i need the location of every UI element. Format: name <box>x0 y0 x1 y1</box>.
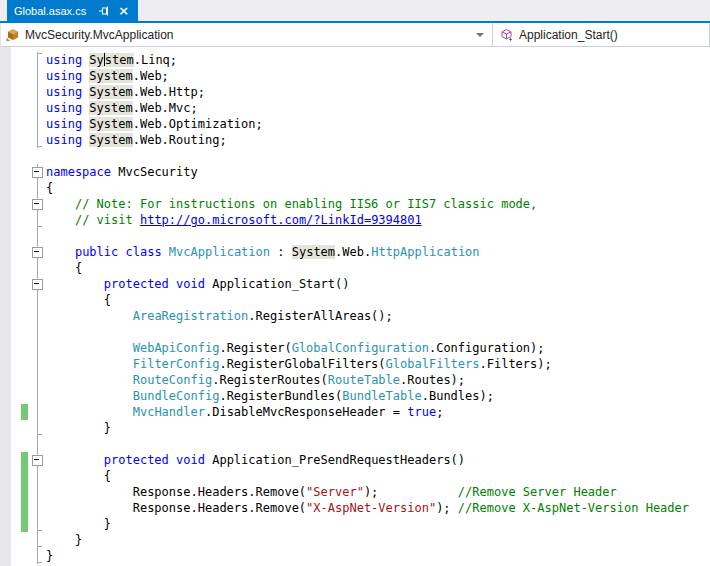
code-line <box>0 228 710 244</box>
type-dropdown-value: MvcSecurity.MvcApplication <box>25 28 174 42</box>
code-line <box>0 436 710 452</box>
navigation-bar: MvcSecurity.MvcApplication Application_S… <box>0 23 710 47</box>
code-line <box>0 148 710 164</box>
chevron-down-icon[interactable] <box>476 33 484 37</box>
change-tracking-bar <box>21 500 28 516</box>
code-line <box>0 324 710 340</box>
change-tracking-bar <box>21 468 28 484</box>
code-line: MvcHandler.DisableMvcResponseHeader = tr… <box>0 404 710 420</box>
code-line: using System.Linq; <box>0 52 710 68</box>
pin-icon[interactable] <box>98 5 110 17</box>
code-line: Response.Headers.Remove("X-AspNet-Versio… <box>0 500 710 516</box>
code-line: using System.Web.Http; <box>0 84 710 100</box>
change-tracking-bar <box>21 484 28 500</box>
code-line: // Note: For instructions on enabling II… <box>0 196 710 212</box>
code-line: using System.Web.Optimization; <box>0 116 710 132</box>
code-line: RouteConfig.RegisterRoutes(RouteTable.Ro… <box>0 372 710 388</box>
code-line: public class MvcApplication : System.Web… <box>0 244 710 260</box>
code-line: WebApiConfig.Register(GlobalConfiguratio… <box>0 340 710 356</box>
code-line: { <box>0 260 710 276</box>
code-lines: using System.Linq;using System.Web;using… <box>0 52 710 564</box>
collapse-box[interactable] <box>32 455 43 466</box>
collapse-box[interactable] <box>32 247 43 258</box>
tab-global-asax[interactable]: Global.asax.cs × <box>7 0 138 21</box>
code-line: { <box>0 292 710 308</box>
tab-title: Global.asax.cs <box>14 5 86 17</box>
change-tracking-bar <box>21 516 28 532</box>
code-line: using System.Web; <box>0 68 710 84</box>
code-line: AreaRegistration.RegisterAllAreas(); <box>0 308 710 324</box>
member-dropdown[interactable]: Application_Start() <box>493 23 709 46</box>
code-line: protected void Application_Start() <box>0 276 710 292</box>
collapse-box[interactable] <box>32 199 43 210</box>
code-line: FilterConfig.RegisterGlobalFilters(Globa… <box>0 356 710 372</box>
code-line: protected void Application_PreSendReques… <box>0 452 710 468</box>
code-line: using System.Web.Mvc; <box>0 100 710 116</box>
code-line: BundleConfig.RegisterBundles(BundleTable… <box>0 388 710 404</box>
method-icon <box>500 28 514 42</box>
code-line: namespace MvcSecurity <box>0 164 710 180</box>
change-tracking-bar <box>21 452 28 468</box>
class-icon <box>6 28 20 42</box>
code-line: } <box>0 548 710 564</box>
code-line: Response.Headers.Remove("Server"); //Rem… <box>0 484 710 500</box>
collapse-box[interactable] <box>32 279 43 290</box>
code-line: } <box>0 516 710 532</box>
member-dropdown-value: Application_Start() <box>519 28 618 42</box>
code-line: } <box>0 532 710 548</box>
type-dropdown[interactable]: MvcSecurity.MvcApplication <box>1 23 492 46</box>
code-line: // visit http://go.microsoft.com/?LinkId… <box>0 212 710 228</box>
code-editor[interactable]: using System.Linq;using System.Web;using… <box>0 47 710 566</box>
code-line: } <box>0 420 710 436</box>
tab-strip: Global.asax.cs × <box>0 0 710 23</box>
code-line: { <box>0 468 710 484</box>
code-line: using System.Web.Routing; <box>0 132 710 148</box>
collapse-box[interactable] <box>32 167 43 178</box>
code-line: { <box>0 180 710 196</box>
close-icon[interactable]: × <box>118 5 129 16</box>
editor-window: Global.asax.cs × MvcSecurit <box>0 0 710 566</box>
change-tracking-bar <box>21 404 28 420</box>
